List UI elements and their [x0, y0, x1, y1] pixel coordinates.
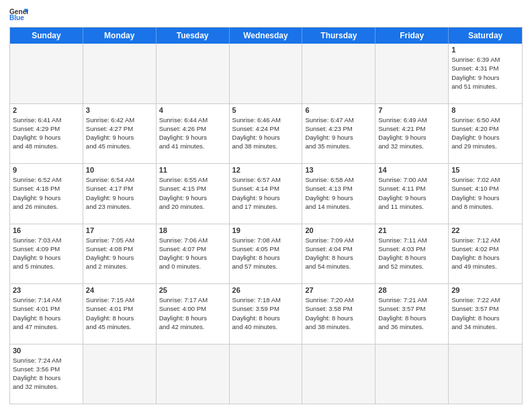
- day-info: Sunrise: 7:24 AM Sunset: 3:56 PM Dayligh…: [13, 356, 80, 392]
- day-cell-empty: [375, 44, 449, 103]
- day-cell-9: 9Sunrise: 6:52 AM Sunset: 4:18 PM Daylig…: [10, 164, 83, 224]
- day-header-monday: Monday: [83, 28, 157, 44]
- day-number: 2: [13, 106, 80, 114]
- day-info: Sunrise: 7:09 AM Sunset: 4:04 PM Dayligh…: [305, 236, 372, 271]
- day-info: Sunrise: 7:18 AM Sunset: 3:59 PM Dayligh…: [232, 295, 300, 331]
- day-cell-12: 12Sunrise: 6:57 AM Sunset: 4:14 PM Dayli…: [230, 164, 303, 224]
- day-info: Sunrise: 6:42 AM Sunset: 4:27 PM Dayligh…: [86, 116, 153, 151]
- day-cell-20: 20Sunrise: 7:09 AM Sunset: 4:04 PM Dayli…: [302, 224, 375, 284]
- day-cell-8: 8Sunrise: 6:50 AM Sunset: 4:20 PM Daylig…: [449, 104, 522, 164]
- day-info: Sunrise: 6:49 AM Sunset: 4:21 PM Dayligh…: [378, 116, 445, 151]
- week-row-5: 23Sunrise: 7:14 AM Sunset: 4:01 PM Dayli…: [10, 284, 522, 345]
- day-number: 10: [86, 166, 153, 174]
- day-number: 26: [232, 286, 300, 294]
- day-header-wednesday: Wednesday: [230, 28, 303, 44]
- day-info: Sunrise: 7:20 AM Sunset: 3:58 PM Dayligh…: [305, 295, 372, 331]
- day-number: 14: [378, 166, 445, 174]
- day-number: 5: [232, 106, 300, 114]
- day-cell-18: 18Sunrise: 7:06 AM Sunset: 4:07 PM Dayli…: [157, 224, 230, 284]
- day-info: Sunrise: 7:11 AM Sunset: 4:03 PM Dayligh…: [378, 236, 445, 271]
- day-cell-1: 1Sunrise: 6:39 AM Sunset: 4:31 PM Daylig…: [449, 44, 522, 103]
- day-cell-empty: [83, 345, 157, 404]
- day-cell-22: 22Sunrise: 7:12 AM Sunset: 4:02 PM Dayli…: [449, 224, 522, 284]
- day-number: 22: [451, 226, 519, 234]
- day-cell-empty: [83, 44, 157, 103]
- day-number: 1: [451, 46, 519, 54]
- day-cell-19: 19Sunrise: 7:08 AM Sunset: 4:05 PM Dayli…: [230, 224, 303, 284]
- day-info: Sunrise: 7:03 AM Sunset: 4:09 PM Dayligh…: [13, 236, 80, 271]
- day-number: 9: [13, 166, 80, 174]
- logo: General Blue: [9, 7, 28, 21]
- day-cell-10: 10Sunrise: 6:54 AM Sunset: 4:17 PM Dayli…: [83, 164, 157, 224]
- day-number: 8: [451, 106, 519, 114]
- day-info: Sunrise: 6:46 AM Sunset: 4:24 PM Dayligh…: [232, 116, 300, 151]
- week-row-6: 30Sunrise: 7:24 AM Sunset: 3:56 PM Dayli…: [10, 345, 522, 404]
- day-cell-11: 11Sunrise: 6:55 AM Sunset: 4:15 PM Dayli…: [157, 164, 230, 224]
- day-number: 25: [159, 286, 226, 294]
- week-row-3: 9Sunrise: 6:52 AM Sunset: 4:18 PM Daylig…: [10, 164, 522, 224]
- day-number: 18: [159, 226, 226, 234]
- day-info: Sunrise: 7:17 AM Sunset: 4:00 PM Dayligh…: [159, 295, 226, 331]
- day-number: 19: [232, 226, 300, 234]
- day-info: Sunrise: 7:14 AM Sunset: 4:01 PM Dayligh…: [13, 295, 80, 331]
- day-cell-empty: [157, 345, 230, 404]
- day-header-saturday: Saturday: [449, 28, 522, 44]
- day-info: Sunrise: 6:50 AM Sunset: 4:20 PM Dayligh…: [451, 116, 519, 151]
- day-cell-26: 26Sunrise: 7:18 AM Sunset: 3:59 PM Dayli…: [230, 284, 303, 344]
- svg-text:Blue: Blue: [9, 14, 24, 21]
- day-cell-25: 25Sunrise: 7:17 AM Sunset: 4:00 PM Dayli…: [157, 284, 230, 344]
- day-number: 21: [378, 226, 445, 234]
- day-cell-15: 15Sunrise: 7:02 AM Sunset: 4:10 PM Dayli…: [449, 164, 522, 224]
- day-cell-13: 13Sunrise: 6:58 AM Sunset: 4:13 PM Dayli…: [302, 164, 375, 224]
- calendar: SundayMondayTuesdayWednesdayThursdayFrid…: [9, 27, 523, 404]
- day-cell-7: 7Sunrise: 6:49 AM Sunset: 4:21 PM Daylig…: [375, 104, 449, 164]
- day-number: 12: [232, 166, 300, 174]
- day-number: 11: [159, 166, 226, 174]
- day-info: Sunrise: 6:58 AM Sunset: 4:13 PM Dayligh…: [305, 175, 372, 211]
- day-number: 6: [305, 106, 372, 114]
- day-info: Sunrise: 7:15 AM Sunset: 4:01 PM Dayligh…: [86, 295, 153, 331]
- day-number: 4: [159, 106, 226, 114]
- day-cell-3: 3Sunrise: 6:42 AM Sunset: 4:27 PM Daylig…: [83, 104, 157, 164]
- generalblue-logo-icon: General Blue: [9, 7, 28, 21]
- day-cell-29: 29Sunrise: 7:22 AM Sunset: 3:57 PM Dayli…: [449, 284, 522, 344]
- day-header-tuesday: Tuesday: [157, 28, 230, 44]
- week-row-1: 1Sunrise: 6:39 AM Sunset: 4:31 PM Daylig…: [10, 44, 522, 104]
- day-number: 13: [305, 166, 372, 174]
- day-info: Sunrise: 6:52 AM Sunset: 4:18 PM Dayligh…: [13, 175, 80, 211]
- page: General Blue SundayMondayTuesdayWednesda…: [0, 0, 532, 411]
- day-header-friday: Friday: [375, 28, 449, 44]
- week-row-4: 16Sunrise: 7:03 AM Sunset: 4:09 PM Dayli…: [10, 224, 522, 285]
- day-number: 20: [305, 226, 372, 234]
- day-number: 30: [13, 347, 80, 355]
- day-header-thursday: Thursday: [302, 28, 375, 44]
- day-info: Sunrise: 6:39 AM Sunset: 4:31 PM Dayligh…: [451, 55, 519, 91]
- day-cell-empty: [230, 345, 303, 404]
- day-info: Sunrise: 7:22 AM Sunset: 3:57 PM Dayligh…: [451, 295, 519, 331]
- day-cell-empty: [375, 345, 449, 404]
- day-info: Sunrise: 7:21 AM Sunset: 3:57 PM Dayligh…: [378, 295, 445, 331]
- day-cell-empty: [449, 345, 522, 404]
- day-info: Sunrise: 7:00 AM Sunset: 4:11 PM Dayligh…: [378, 175, 445, 211]
- day-number: 7: [378, 106, 445, 114]
- day-cell-27: 27Sunrise: 7:20 AM Sunset: 3:58 PM Dayli…: [302, 284, 375, 344]
- day-cell-empty: [157, 44, 230, 103]
- day-cell-16: 16Sunrise: 7:03 AM Sunset: 4:09 PM Dayli…: [10, 224, 83, 284]
- day-number: 15: [451, 166, 519, 174]
- day-cell-17: 17Sunrise: 7:05 AM Sunset: 4:08 PM Dayli…: [83, 224, 157, 284]
- day-headers-row: SundayMondayTuesdayWednesdayThursdayFrid…: [10, 28, 522, 44]
- day-info: Sunrise: 6:54 AM Sunset: 4:17 PM Dayligh…: [86, 175, 153, 211]
- day-cell-empty: [10, 44, 83, 103]
- day-cell-28: 28Sunrise: 7:21 AM Sunset: 3:57 PM Dayli…: [375, 284, 449, 344]
- day-number: 16: [13, 226, 80, 234]
- day-header-sunday: Sunday: [10, 28, 83, 44]
- week-row-2: 2Sunrise: 6:41 AM Sunset: 4:29 PM Daylig…: [10, 104, 522, 165]
- day-number: 3: [86, 106, 153, 114]
- day-info: Sunrise: 6:41 AM Sunset: 4:29 PM Dayligh…: [13, 116, 80, 151]
- day-info: Sunrise: 7:08 AM Sunset: 4:05 PM Dayligh…: [232, 236, 300, 271]
- day-number: 29: [451, 286, 519, 294]
- day-number: 17: [86, 226, 153, 234]
- day-cell-empty: [230, 44, 303, 103]
- calendar-body: 1Sunrise: 6:39 AM Sunset: 4:31 PM Daylig…: [10, 44, 522, 404]
- day-cell-6: 6Sunrise: 6:47 AM Sunset: 4:23 PM Daylig…: [302, 104, 375, 164]
